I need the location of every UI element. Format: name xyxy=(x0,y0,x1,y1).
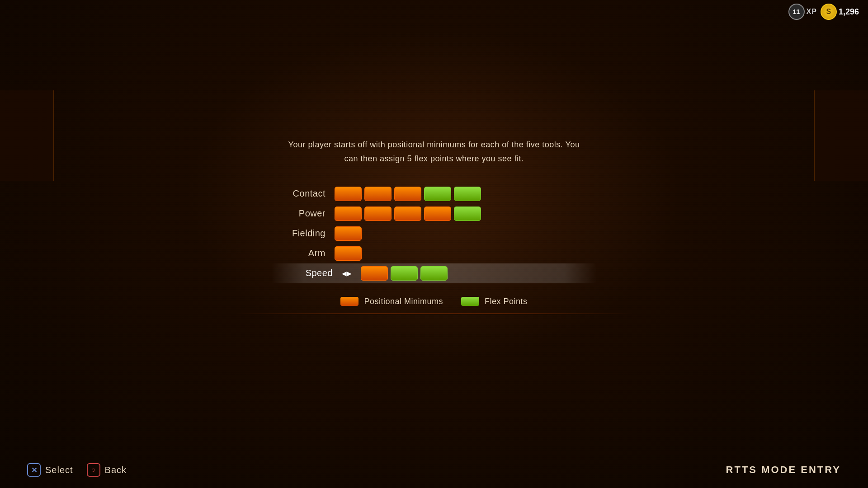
stat-row-contact: Contact xyxy=(271,184,597,204)
legend-text-orange: Positional Minimums xyxy=(364,297,443,306)
stat-label-fielding: Fielding xyxy=(271,228,326,239)
back-label: Back xyxy=(105,465,127,475)
legend-swatch-green xyxy=(461,297,479,306)
bottom-left: ✕ Select ○ Back xyxy=(27,463,127,477)
contact-bar-5 xyxy=(454,187,481,201)
bottom-right: RTTS MODE ENTRY xyxy=(726,464,841,476)
back-icon: ○ xyxy=(87,463,100,477)
stat-row-power: Power xyxy=(271,204,597,224)
stat-bars-arm xyxy=(335,246,362,261)
stat-bars-speed xyxy=(361,266,448,281)
description-line1: Your player starts off with positional m… xyxy=(288,140,580,149)
stat-bars-power xyxy=(335,206,481,221)
description-line2: can then assign 5 flex points where you … xyxy=(344,154,524,163)
legend-text-green: Flex Points xyxy=(485,297,528,306)
power-bar-5 xyxy=(454,206,481,221)
currency-icon: S xyxy=(821,4,837,20)
speed-arrows[interactable]: ◀▶ xyxy=(342,270,352,277)
speed-bar-1 xyxy=(361,266,388,281)
mode-label: RTTS MODE ENTRY xyxy=(726,464,841,475)
xp-label: XP xyxy=(807,8,817,16)
power-bar-1 xyxy=(335,206,362,221)
back-action[interactable]: ○ Back xyxy=(87,463,127,477)
stat-bars-contact xyxy=(335,187,481,201)
contact-bar-4 xyxy=(424,187,451,201)
contact-bar-1 xyxy=(335,187,362,201)
legend: Positional Minimums Flex Points xyxy=(340,297,527,306)
xp-circle: 11 xyxy=(788,4,805,20)
stat-label-speed: Speed xyxy=(278,268,333,278)
power-bar-2 xyxy=(364,206,392,221)
speed-bar-2 xyxy=(391,266,418,281)
main-content: Your player starts off with positional m… xyxy=(0,0,868,488)
stat-bars-fielding xyxy=(335,226,362,241)
xp-value: 11 xyxy=(793,8,800,15)
divider xyxy=(235,314,633,314)
select-action[interactable]: ✕ Select xyxy=(27,463,73,477)
stat-row-arm: Arm xyxy=(271,244,597,263)
description-text: Your player starts off with positional m… xyxy=(288,138,580,165)
bottom-bar: ✕ Select ○ Back RTTS MODE ENTRY xyxy=(0,452,868,488)
fielding-bar-1 xyxy=(335,226,362,241)
stat-label-power: Power xyxy=(271,208,326,219)
top-hud: 11 XP S 1,296 xyxy=(788,4,859,20)
contact-bar-3 xyxy=(394,187,421,201)
currency-value: 1,296 xyxy=(839,7,859,17)
currency-badge: S 1,296 xyxy=(821,4,859,20)
select-label: Select xyxy=(45,465,73,475)
legend-swatch-orange xyxy=(340,297,359,306)
stats-container: Contact Power Fielding xyxy=(271,184,597,283)
stat-label-contact: Contact xyxy=(271,188,326,199)
contact-bar-2 xyxy=(364,187,392,201)
legend-item-green: Flex Points xyxy=(461,297,528,306)
speed-bar-3 xyxy=(420,266,448,281)
select-icon: ✕ xyxy=(27,463,41,477)
currency-symbol: S xyxy=(826,8,831,16)
stat-row-speed[interactable]: Speed ◀▶ xyxy=(271,263,597,283)
power-bar-3 xyxy=(394,206,421,221)
xp-badge: 11 XP xyxy=(788,4,817,20)
arm-bar-1 xyxy=(335,246,362,261)
stat-row-fielding: Fielding xyxy=(271,224,597,244)
legend-item-orange: Positional Minimums xyxy=(340,297,443,306)
stat-label-arm: Arm xyxy=(271,248,326,258)
power-bar-4 xyxy=(424,206,451,221)
